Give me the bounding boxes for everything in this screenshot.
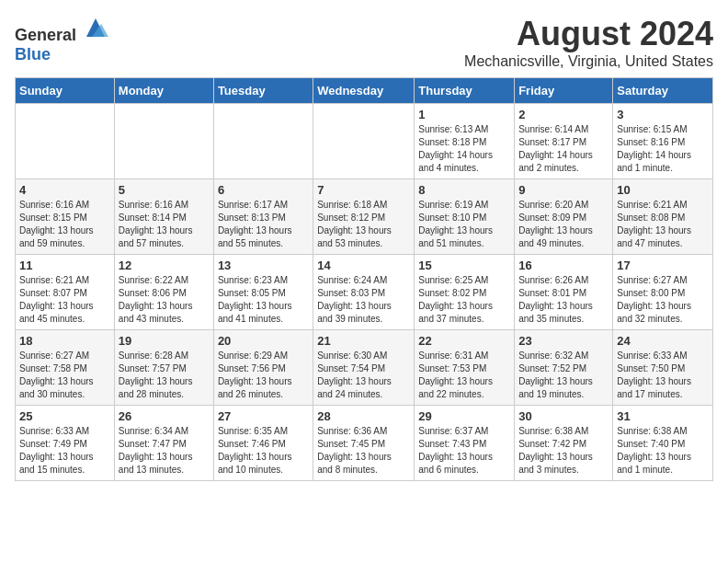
calendar-cell: 10Sunrise: 6:21 AM Sunset: 8:08 PM Dayli…: [613, 179, 713, 255]
day-number: 28: [317, 409, 410, 423]
day-number: 14: [317, 259, 410, 272]
calendar-cell: 9Sunrise: 6:20 AM Sunset: 8:09 PM Daylig…: [515, 179, 613, 255]
calendar-cell: 12Sunrise: 6:22 AM Sunset: 8:06 PM Dayli…: [114, 255, 213, 330]
day-info: Sunrise: 6:38 AM Sunset: 7:40 PM Dayligh…: [617, 425, 709, 477]
calendar-cell: 7Sunrise: 6:18 AM Sunset: 8:12 PM Daylig…: [313, 179, 415, 255]
logo: General Blue: [15, 15, 108, 64]
day-info: Sunrise: 6:26 AM Sunset: 8:01 PM Dayligh…: [518, 274, 609, 326]
day-info: Sunrise: 6:27 AM Sunset: 8:00 PM Dayligh…: [617, 274, 709, 326]
logo-text: General Blue: [15, 15, 108, 64]
day-info: Sunrise: 6:15 AM Sunset: 8:16 PM Dayligh…: [617, 123, 709, 175]
day-number: 25: [19, 409, 110, 423]
day-number: 24: [617, 334, 709, 348]
calendar-cell: [16, 104, 115, 179]
day-number: 11: [19, 259, 110, 272]
day-info: Sunrise: 6:13 AM Sunset: 8:18 PM Dayligh…: [418, 123, 510, 175]
calendar-cell: 29Sunrise: 6:37 AM Sunset: 7:43 PM Dayli…: [415, 406, 515, 481]
day-info: Sunrise: 6:30 AM Sunset: 7:54 PM Dayligh…: [317, 350, 410, 401]
day-info: Sunrise: 6:33 AM Sunset: 7:50 PM Dayligh…: [617, 350, 709, 401]
calendar-cell: 19Sunrise: 6:28 AM Sunset: 7:57 PM Dayli…: [114, 330, 213, 406]
day-info: Sunrise: 6:31 AM Sunset: 7:53 PM Dayligh…: [418, 350, 510, 401]
day-of-week-header: Friday: [515, 78, 613, 104]
calendar-cell: [213, 104, 313, 179]
calendar-cell: 16Sunrise: 6:26 AM Sunset: 8:01 PM Dayli…: [515, 255, 613, 330]
calendar-week-row: 1Sunrise: 6:13 AM Sunset: 8:18 PM Daylig…: [16, 104, 713, 179]
day-number: 12: [119, 259, 210, 272]
calendar-cell: 21Sunrise: 6:30 AM Sunset: 7:54 PM Dayli…: [313, 330, 415, 406]
day-of-week-header: Sunday: [16, 78, 115, 104]
day-of-week-header: Tuesday: [213, 78, 313, 104]
day-of-week-header: Thursday: [415, 78, 515, 104]
day-number: 22: [418, 334, 510, 348]
day-number: 20: [218, 334, 309, 348]
day-number: 1: [418, 108, 510, 121]
calendar-cell: 15Sunrise: 6:25 AM Sunset: 8:02 PM Dayli…: [415, 255, 515, 330]
subtitle: Mechanicsville, Virginia, United States: [464, 53, 713, 70]
day-info: Sunrise: 6:36 AM Sunset: 7:45 PM Dayligh…: [317, 425, 410, 477]
calendar-cell: 17Sunrise: 6:27 AM Sunset: 8:00 PM Dayli…: [613, 255, 713, 330]
day-of-week-header: Saturday: [613, 78, 713, 104]
calendar-cell: 18Sunrise: 6:27 AM Sunset: 7:58 PM Dayli…: [16, 330, 115, 406]
day-info: Sunrise: 6:16 AM Sunset: 8:14 PM Dayligh…: [119, 199, 210, 250]
day-number: 17: [617, 259, 709, 272]
day-info: Sunrise: 6:22 AM Sunset: 8:06 PM Dayligh…: [119, 274, 210, 326]
day-number: 7: [317, 183, 410, 197]
calendar-cell: 30Sunrise: 6:38 AM Sunset: 7:42 PM Dayli…: [515, 406, 613, 481]
calendar-cell: 14Sunrise: 6:24 AM Sunset: 8:03 PM Dayli…: [313, 255, 415, 330]
day-info: Sunrise: 6:34 AM Sunset: 7:47 PM Dayligh…: [119, 425, 210, 477]
calendar-cell: 26Sunrise: 6:34 AM Sunset: 7:47 PM Dayli…: [114, 406, 213, 481]
day-number: 29: [418, 409, 510, 423]
day-number: 30: [518, 409, 609, 423]
calendar-cell: [114, 104, 213, 179]
day-info: Sunrise: 6:35 AM Sunset: 7:46 PM Dayligh…: [218, 425, 309, 477]
day-number: 10: [617, 183, 709, 197]
calendar-cell: 3Sunrise: 6:15 AM Sunset: 8:16 PM Daylig…: [613, 104, 713, 179]
day-number: 6: [218, 183, 309, 197]
day-info: Sunrise: 6:16 AM Sunset: 8:15 PM Dayligh…: [19, 199, 110, 250]
calendar-cell: 4Sunrise: 6:16 AM Sunset: 8:15 PM Daylig…: [16, 179, 115, 255]
day-info: Sunrise: 6:24 AM Sunset: 8:03 PM Dayligh…: [317, 274, 410, 326]
calendar-cell: 13Sunrise: 6:23 AM Sunset: 8:05 PM Dayli…: [213, 255, 313, 330]
day-number: 18: [19, 334, 110, 348]
calendar-cell: 5Sunrise: 6:16 AM Sunset: 8:14 PM Daylig…: [114, 179, 213, 255]
day-number: 31: [617, 409, 709, 423]
day-info: Sunrise: 6:32 AM Sunset: 7:52 PM Dayligh…: [518, 350, 609, 401]
logo-blue: Blue: [15, 45, 51, 63]
calendar-cell: 6Sunrise: 6:17 AM Sunset: 8:13 PM Daylig…: [213, 179, 313, 255]
calendar-week-row: 18Sunrise: 6:27 AM Sunset: 7:58 PM Dayli…: [16, 330, 713, 406]
header-row: SundayMondayTuesdayWednesdayThursdayFrid…: [16, 78, 713, 104]
calendar-cell: 25Sunrise: 6:33 AM Sunset: 7:49 PM Dayli…: [16, 406, 115, 481]
day-number: 3: [617, 108, 709, 121]
title-section: August 2024 Mechanicsville, Virginia, Un…: [464, 15, 713, 70]
day-info: Sunrise: 6:25 AM Sunset: 8:02 PM Dayligh…: [418, 274, 510, 326]
logo-icon: [83, 15, 108, 40]
day-info: Sunrise: 6:14 AM Sunset: 8:17 PM Dayligh…: [518, 123, 609, 175]
calendar-cell: 31Sunrise: 6:38 AM Sunset: 7:40 PM Dayli…: [613, 406, 713, 481]
day-info: Sunrise: 6:27 AM Sunset: 7:58 PM Dayligh…: [19, 350, 110, 401]
calendar-cell: 8Sunrise: 6:19 AM Sunset: 8:10 PM Daylig…: [415, 179, 515, 255]
day-number: 8: [418, 183, 510, 197]
calendar-cell: 11Sunrise: 6:21 AM Sunset: 8:07 PM Dayli…: [16, 255, 115, 330]
day-info: Sunrise: 6:17 AM Sunset: 8:13 PM Dayligh…: [218, 199, 309, 250]
day-number: 2: [518, 108, 609, 121]
calendar-cell: 28Sunrise: 6:36 AM Sunset: 7:45 PM Dayli…: [313, 406, 415, 481]
day-number: 26: [119, 409, 210, 423]
logo-general: General: [15, 26, 76, 44]
calendar-week-row: 25Sunrise: 6:33 AM Sunset: 7:49 PM Dayli…: [16, 406, 713, 481]
header: General Blue August 2024 Mechanicsville,…: [15, 15, 713, 70]
day-info: Sunrise: 6:21 AM Sunset: 8:07 PM Dayligh…: [19, 274, 110, 326]
calendar-cell: 23Sunrise: 6:32 AM Sunset: 7:52 PM Dayli…: [515, 330, 613, 406]
day-number: 9: [518, 183, 609, 197]
calendar-table: SundayMondayTuesdayWednesdayThursdayFrid…: [15, 77, 713, 481]
calendar-week-row: 4Sunrise: 6:16 AM Sunset: 8:15 PM Daylig…: [16, 179, 713, 255]
day-info: Sunrise: 6:19 AM Sunset: 8:10 PM Dayligh…: [418, 199, 510, 250]
calendar-cell: 22Sunrise: 6:31 AM Sunset: 7:53 PM Dayli…: [415, 330, 515, 406]
day-info: Sunrise: 6:28 AM Sunset: 7:57 PM Dayligh…: [119, 350, 210, 401]
calendar-cell: 1Sunrise: 6:13 AM Sunset: 8:18 PM Daylig…: [415, 104, 515, 179]
day-info: Sunrise: 6:23 AM Sunset: 8:05 PM Dayligh…: [218, 274, 309, 326]
calendar-cell: 24Sunrise: 6:33 AM Sunset: 7:50 PM Dayli…: [613, 330, 713, 406]
day-number: 19: [119, 334, 210, 348]
day-info: Sunrise: 6:38 AM Sunset: 7:42 PM Dayligh…: [518, 425, 609, 477]
day-number: 15: [418, 259, 510, 272]
day-number: 21: [317, 334, 410, 348]
